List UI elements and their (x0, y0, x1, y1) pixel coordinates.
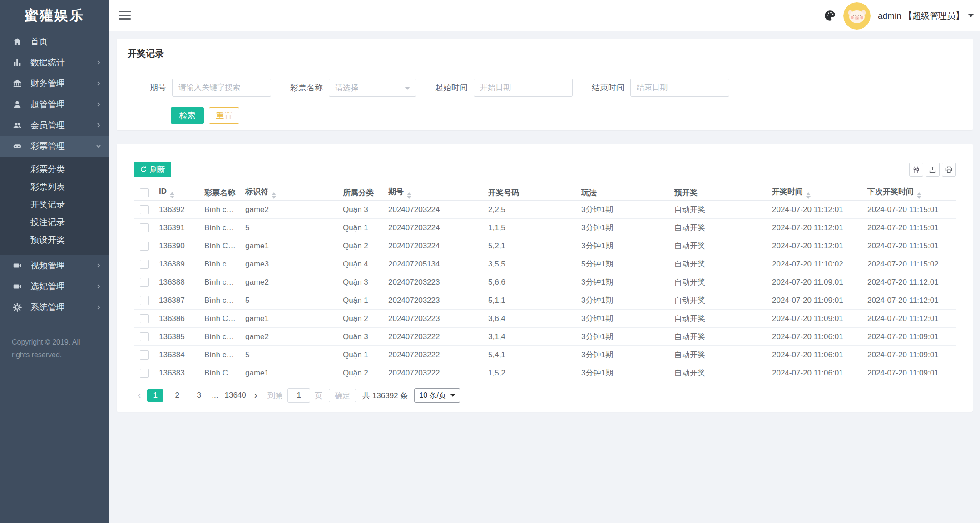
sidebar-item-draw-records[interactable]: 开奖记录 (0, 196, 109, 213)
hamburger-menu-icon[interactable] (119, 11, 131, 20)
prev-page-button[interactable]: ‹ (134, 390, 144, 400)
table-cell: 2024-07-20 11:09:01 (767, 310, 863, 328)
sidebar-item-members[interactable]: 会员管理 (0, 115, 109, 136)
lottery-submenu: 彩票分类 彩票列表 开奖记录 投注记录 预设开奖 (0, 157, 109, 255)
issue-search-input[interactable] (172, 79, 271, 97)
table-cell: 5 (241, 219, 338, 237)
column-filter-button[interactable] (909, 163, 923, 177)
page-number-2[interactable]: 2 (169, 389, 185, 402)
lottery-name-select[interactable]: 请选择 (329, 79, 416, 97)
row-checkbox[interactable] (140, 369, 149, 378)
table-cell: 5 (241, 346, 338, 364)
col-draw-time[interactable]: 开奖时间 (767, 185, 863, 201)
avatar[interactable] (843, 2, 871, 30)
table-row: 136389Bình chọ...game3Quận 4202407205134… (134, 255, 956, 273)
col-id[interactable]: ID (154, 185, 200, 201)
page-size-select[interactable]: 10 条/页 (414, 388, 460, 403)
page-number-13640[interactable]: 13640 (223, 389, 248, 402)
page-number-3[interactable]: 3 (191, 389, 207, 402)
table-cell: 2024-07-20 11:12:01 (767, 201, 863, 219)
row-checkbox[interactable] (140, 205, 149, 214)
print-button[interactable] (942, 163, 956, 177)
row-checkbox[interactable] (140, 278, 149, 287)
row-checkbox[interactable] (140, 314, 149, 323)
table-card: 刷新 (117, 144, 973, 412)
row-checkbox[interactable] (140, 296, 149, 305)
table-cell: 3,6,4 (484, 310, 577, 328)
home-icon (12, 36, 23, 47)
table-cell: 202407203223 (384, 273, 484, 291)
theme-palette-icon[interactable] (824, 10, 836, 22)
col-identifier[interactable]: 标识符 (241, 185, 338, 201)
row-checkbox-cell (134, 273, 154, 291)
table-cell: 3分钟1期 (577, 310, 670, 328)
bank-icon (12, 78, 23, 89)
end-time-label: 结束时间 (592, 82, 624, 93)
user-menu[interactable]: admin 【超级管理员】 (878, 10, 974, 22)
goto-page-input[interactable] (287, 388, 310, 403)
col-pre-draw: 预开奖 (670, 185, 767, 201)
row-checkbox[interactable] (140, 223, 149, 232)
table-cell: 2024-07-20 11:12:01 (767, 219, 863, 237)
chevron-down-icon (405, 87, 410, 90)
page-unit-label: 页 (315, 390, 322, 401)
sidebar-item-home[interactable]: 首页 (0, 31, 109, 52)
refresh-icon (140, 166, 147, 173)
row-checkbox[interactable] (140, 242, 149, 251)
row-checkbox[interactable] (140, 260, 149, 269)
table-cell: 2024-07-20 11:09:01 (863, 364, 956, 382)
row-checkbox-cell (134, 310, 154, 328)
select-all-checkbox[interactable] (140, 188, 149, 197)
chevron-right-icon (95, 101, 102, 108)
sort-icon[interactable] (407, 192, 411, 199)
sidebar-item-finance[interactable]: 财务管理 (0, 73, 109, 94)
sidebar-item-superadmin[interactable]: 超管管理 (0, 94, 109, 115)
sidebar-item-system[interactable]: 系统管理 (0, 297, 109, 318)
sort-icon[interactable] (806, 192, 811, 199)
col-category: 所属分类 (338, 185, 384, 201)
sidebar-item-lottery-category[interactable]: 彩票分类 (0, 160, 109, 178)
col-issue[interactable]: 期号 (384, 185, 484, 201)
table-cell: 2024-07-20 11:12:01 (767, 237, 863, 255)
start-date-input[interactable] (474, 79, 573, 97)
table-cell: Bình Ch... (200, 237, 241, 255)
search-button[interactable]: 检索 (171, 107, 204, 124)
table-cell: 2024-07-20 11:12:01 (863, 291, 956, 310)
sidebar-item-video[interactable]: 视频管理 (0, 255, 109, 276)
sidebar-item-preset-draw[interactable]: 预设开奖 (0, 231, 109, 249)
table-cell: Quận 2 (338, 364, 384, 382)
reset-button[interactable]: 重置 (209, 107, 239, 124)
page-ellipsis: ... (212, 391, 218, 400)
copyright-text: Copyright © 2019. All rights reserved. (0, 336, 109, 361)
sidebar-item-lottery-list[interactable]: 彩票列表 (0, 178, 109, 196)
row-checkbox-cell (134, 364, 154, 382)
row-checkbox[interactable] (140, 350, 149, 360)
sort-icon[interactable] (170, 192, 174, 198)
table-cell: Bình chọ... (200, 273, 241, 291)
sort-icon[interactable] (272, 192, 276, 199)
user-icon (12, 99, 23, 110)
goto-confirm-button[interactable]: 确定 (329, 389, 356, 402)
video-camera-icon (12, 281, 23, 292)
sidebar-item-statistics[interactable]: 数据统计 (0, 52, 109, 73)
sort-icon[interactable] (917, 192, 921, 199)
sidebar-item-label: 财务管理 (30, 78, 65, 89)
table-cell: 2024-07-20 11:10:02 (767, 255, 863, 273)
draw-records-table: ID 彩票名称 标识符 所属分类 期号 开奖号码 玩法 预开奖 开奖时间 下次开… (134, 185, 956, 382)
table-cell: 202407203224 (384, 237, 484, 255)
sidebar-item-concubine[interactable]: 选妃管理 (0, 276, 109, 297)
next-page-button[interactable]: › (251, 390, 261, 400)
sidebar-item-lottery[interactable]: 彩票管理 (0, 136, 109, 157)
refresh-button[interactable]: 刷新 (134, 162, 171, 177)
bar-chart-icon (12, 57, 23, 68)
page-number-1[interactable]: 1 (147, 389, 163, 402)
export-button[interactable] (926, 163, 940, 177)
row-checkbox[interactable] (140, 332, 149, 341)
table-cell: Bình chọ... (200, 328, 241, 346)
col-next-draw-time[interactable]: 下次开奖时间 (863, 185, 956, 201)
table-cell: 5 (241, 291, 338, 310)
page-size-value: 10 条/页 (419, 391, 446, 400)
table-cell: Quận 3 (338, 201, 384, 219)
sidebar-item-bet-records[interactable]: 投注记录 (0, 213, 109, 231)
end-date-input[interactable] (630, 79, 729, 97)
